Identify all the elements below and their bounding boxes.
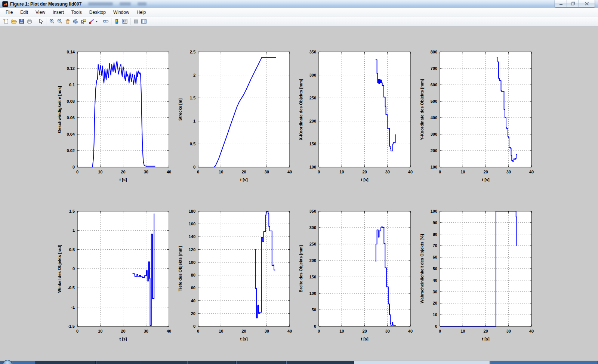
close-button[interactable] <box>579 0 595 7</box>
save-figure-icon[interactable] <box>18 18 25 25</box>
brush-dropdown-caret[interactable] <box>95 21 98 22</box>
svg-text:20: 20 <box>483 329 488 333</box>
menu-tools[interactable]: Tools <box>68 9 86 16</box>
svg-text:40: 40 <box>529 170 534 174</box>
svg-text:t [s]: t [s] <box>240 178 248 182</box>
restore-button[interactable] <box>567 0 579 7</box>
toolbar-separator <box>46 18 46 25</box>
taskbar-button[interactable] <box>236 361 286 364</box>
svg-text:0: 0 <box>76 170 78 174</box>
svg-text:Strecke [m]: Strecke [m] <box>178 98 182 121</box>
svg-text:180: 180 <box>189 209 195 213</box>
svg-text:10: 10 <box>339 329 344 333</box>
menu-edit[interactable]: Edit <box>16 9 32 16</box>
svg-text:40: 40 <box>408 329 413 333</box>
svg-text:50: 50 <box>433 266 437 271</box>
zoom-out-icon[interactable] <box>56 18 64 25</box>
svg-text:30: 30 <box>144 170 148 174</box>
subplot-tiefe: 010203040020406080100120140160180t [s]Ti… <box>175 207 293 348</box>
svg-text:40: 40 <box>433 278 437 283</box>
taskbar-button[interactable] <box>12 361 36 364</box>
menu-insert[interactable]: Insert <box>49 9 68 16</box>
print-figure-icon[interactable] <box>25 18 33 25</box>
svg-text:500: 500 <box>431 99 437 104</box>
subplot-y-koordinate: 010203040100200300400500600700800t [s]Y-… <box>417 47 535 189</box>
svg-text:30: 30 <box>144 329 148 333</box>
new-figure-icon[interactable] <box>2 18 10 25</box>
svg-text:Breite des Objekts [mm]: Breite des Objekts [mm] <box>299 245 303 292</box>
brush-data-icon[interactable] <box>87 18 95 25</box>
menu-view[interactable]: View <box>32 9 49 16</box>
window-title: Figure 1: Plot der Messung lid007 <box>10 1 81 7</box>
svg-text:20: 20 <box>483 170 488 174</box>
svg-text:0: 0 <box>435 324 437 328</box>
minimize-icon <box>559 2 563 6</box>
rotate-3d-icon[interactable] <box>71 18 79 25</box>
svg-text:800: 800 <box>431 50 437 54</box>
insert-colorbar-icon[interactable] <box>113 18 121 25</box>
taskbar-button[interactable] <box>96 361 141 364</box>
svg-text:300: 300 <box>431 132 437 136</box>
svg-text:100: 100 <box>431 165 437 169</box>
svg-text:2: 2 <box>193 73 195 77</box>
title-bar: Figure 1: Plot der Messung lid007 <box>0 0 598 8</box>
hide-plot-tools-icon[interactable] <box>132 18 140 25</box>
link-plot-icon[interactable] <box>102 18 110 25</box>
svg-text:t [s]: t [s] <box>119 178 127 182</box>
svg-text:30: 30 <box>265 329 269 333</box>
svg-text:20: 20 <box>121 329 125 333</box>
svg-text:40: 40 <box>287 329 292 333</box>
svg-text:0: 0 <box>73 266 75 271</box>
pan-icon[interactable] <box>64 18 71 25</box>
svg-text:t [s]: t [s] <box>119 337 127 341</box>
svg-text:60: 60 <box>433 255 437 259</box>
svg-text:700: 700 <box>431 66 437 71</box>
svg-text:0: 0 <box>318 170 320 174</box>
zoom-in-icon[interactable] <box>48 18 56 25</box>
taskbar-button[interactable] <box>286 361 354 364</box>
insert-legend-icon[interactable] <box>121 18 129 25</box>
svg-text:30: 30 <box>506 329 511 333</box>
menu-window[interactable]: Window <box>110 9 133 16</box>
menu-file[interactable]: File <box>2 9 16 16</box>
matlab-figure-window: Figure 1: Plot der Messung lid007 File E… <box>0 0 598 364</box>
data-cursor-icon[interactable] <box>79 18 87 25</box>
redacted-text <box>120 2 131 6</box>
subplot-geschwindigkeit: 01020304000.020.040.060.080.10.120.14t [… <box>54 47 173 189</box>
svg-text:t [s]: t [s] <box>482 337 490 341</box>
taskbar-button-active[interactable] <box>354 361 490 364</box>
svg-text:20: 20 <box>121 170 125 174</box>
toolbar-separator <box>100 18 100 25</box>
svg-text:0.08: 0.08 <box>67 99 75 104</box>
svg-text:30: 30 <box>433 290 437 294</box>
pointer-icon[interactable] <box>37 18 44 25</box>
svg-text:t [s]: t [s] <box>361 337 369 341</box>
svg-text:150: 150 <box>309 275 316 279</box>
svg-text:90: 90 <box>433 220 437 225</box>
menu-help[interactable]: Help <box>133 9 150 16</box>
svg-text:30: 30 <box>385 329 390 333</box>
svg-text:0: 0 <box>439 170 441 174</box>
svg-text:10: 10 <box>460 170 465 174</box>
taskbar-button[interactable] <box>141 361 187 364</box>
svg-text:Tiefe des Objekts [mm]: Tiefe des Objekts [mm] <box>178 246 182 291</box>
menu-desktop[interactable]: Desktop <box>86 9 110 16</box>
taskbar-button[interactable] <box>490 361 597 364</box>
svg-text:80: 80 <box>191 273 195 277</box>
svg-text:0: 0 <box>76 329 78 333</box>
taskbar-button[interactable] <box>36 361 96 364</box>
toolbar-separator <box>35 18 35 25</box>
start-button[interactable] <box>3 360 12 364</box>
svg-text:100: 100 <box>309 165 316 169</box>
svg-text:140: 140 <box>189 234 195 239</box>
svg-text:0: 0 <box>193 324 195 328</box>
show-plot-tools-icon[interactable] <box>140 18 148 25</box>
minimize-button[interactable] <box>555 0 567 7</box>
restore-icon <box>571 1 575 6</box>
svg-text:30: 30 <box>265 170 269 174</box>
open-file-icon[interactable] <box>10 18 18 25</box>
svg-text:10: 10 <box>460 329 465 333</box>
svg-text:40: 40 <box>287 170 292 174</box>
svg-text:160: 160 <box>189 222 195 226</box>
taskbar-button[interactable] <box>188 361 236 364</box>
